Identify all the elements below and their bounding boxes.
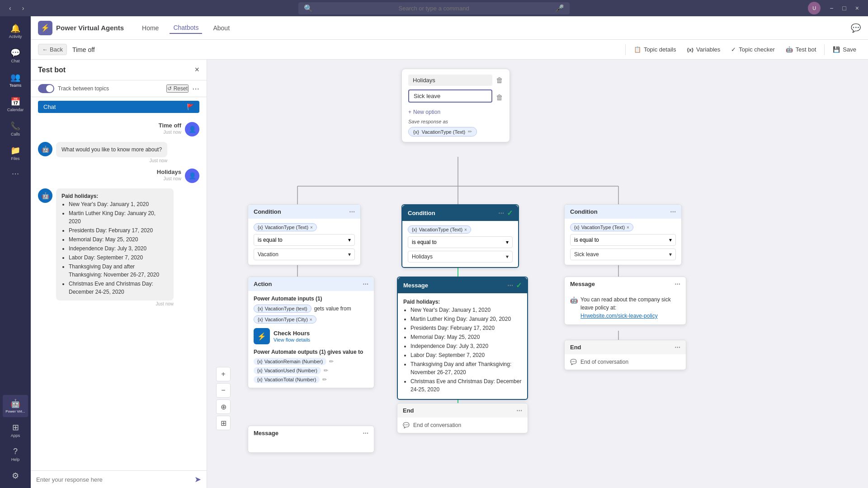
- outputs-label: Power Automate outputs (1) gives value t…: [254, 349, 368, 355]
- condition-header-holidays: Condition ⋯ ✓: [402, 205, 518, 221]
- remove-chip-c[interactable]: ×: [464, 227, 467, 232]
- holiday-item-5: Independence Day: July 3, 2020: [69, 244, 168, 253]
- operator-dropdown-c[interactable]: is equal to ▾: [408, 236, 513, 248]
- edit-output-2[interactable]: ✏: [324, 367, 328, 374]
- sidebar-label-chat: Chat: [11, 59, 19, 63]
- save-btn[interactable]: 💾 Save: [828, 44, 861, 55]
- minimize-btn[interactable]: −: [826, 3, 837, 14]
- chat-panel-header: Test bot ×: [31, 60, 207, 80]
- back-button[interactable]: ← Back: [38, 44, 67, 55]
- action-city-remove[interactable]: ×: [310, 317, 312, 322]
- sidebar-item-help[interactable]: ? Help: [3, 443, 28, 465]
- action-more[interactable]: ⋯: [363, 281, 368, 287]
- message-more-bottom[interactable]: ⋯: [363, 430, 368, 436]
- track-topics-toggle[interactable]: [38, 84, 54, 93]
- operator-dropdown-l[interactable]: is equal to ▾: [254, 234, 355, 246]
- paid-holidays-header: Paid holidays:: [403, 299, 440, 305]
- condition-more-holidays[interactable]: ⋯: [498, 210, 504, 216]
- user-avatar-2: 👤: [185, 169, 199, 183]
- sidebar-item-activity[interactable]: 🔔 Activity: [3, 20, 28, 42]
- sick-leave-input[interactable]: [408, 89, 492, 103]
- search-input[interactable]: [316, 5, 552, 12]
- delete-option-icon-2[interactable]: 🗑: [496, 94, 503, 102]
- sidebar-item-chat[interactable]: 💬 Chat: [3, 44, 28, 67]
- paid-holidays-title: Paid holidays:: [61, 193, 98, 199]
- operator-dropdown-r[interactable]: is equal to ▾: [570, 234, 676, 246]
- condition-title-sickleave: Condition: [570, 208, 598, 215]
- close-btn[interactable]: ×: [852, 3, 863, 14]
- condition-more-vacation[interactable]: ⋯: [349, 208, 355, 215]
- more-options-btn[interactable]: ⋯: [192, 84, 199, 93]
- condition-more-sickleave[interactable]: ⋯: [670, 208, 676, 215]
- canvas-area[interactable]: Holidays 🗑 🗑 + New option Save response …: [207, 60, 868, 488]
- add-option-btn[interactable]: + New option: [408, 109, 503, 115]
- value-arrow-c: ▾: [506, 253, 509, 260]
- end-more-center[interactable]: ⋯: [516, 407, 522, 414]
- files-icon: 📁: [10, 145, 20, 155]
- search-bar[interactable]: 🔍 🎤: [298, 2, 570, 14]
- sickleave-link[interactable]: Hrwebsite.com/sick-leave-policy: [580, 313, 658, 319]
- chat-tab-flag-icon: 🚩: [187, 103, 194, 110]
- h4: Memorial Day: May 25, 2020: [410, 333, 522, 341]
- sidebar-item-calendar[interactable]: 📅 Calendar: [3, 93, 28, 116]
- back-nav-btn[interactable]: ‹: [5, 3, 15, 14]
- edit-output-1[interactable]: ✏: [329, 358, 334, 365]
- edit-output-3[interactable]: ✏: [322, 376, 327, 383]
- value-dropdown-l[interactable]: Vacation ▾: [254, 249, 355, 260]
- sidebar-item-apps[interactable]: ⊞ Apps: [3, 419, 28, 441]
- value-dropdown-r[interactable]: Sick leave ▾: [570, 249, 676, 260]
- message-content-sickleave: 🤖 You can read about the company sick le…: [570, 296, 680, 320]
- zoom-in-btn[interactable]: +: [216, 367, 231, 381]
- map-view-btn[interactable]: ⊞: [216, 416, 231, 430]
- remove-chip-r[interactable]: ×: [627, 225, 629, 230]
- sidebar-item-teams[interactable]: 👥 Teams: [3, 69, 28, 91]
- sidebar-label-files: Files: [11, 156, 19, 161]
- chat-messages: Time off Just now 👤 🤖 What would you lik…: [31, 117, 207, 470]
- paid-holidays-list: New Year's Day: January 1, 2020 Martin L…: [61, 200, 168, 296]
- sidebar-item-settings[interactable]: ⚙: [3, 467, 28, 484]
- sidebar-item-files[interactable]: 📁 Files: [3, 142, 28, 164]
- chat-bubble-icon[interactable]: 💬: [851, 23, 861, 33]
- zoom-out-btn[interactable]: −: [216, 383, 231, 398]
- topic-checker-btn[interactable]: ✓ Topic checker: [726, 44, 779, 55]
- maximize-btn[interactable]: □: [839, 3, 849, 14]
- end-header-center: End ⋯: [397, 404, 528, 418]
- edit-response-icon[interactable]: ✏: [468, 129, 472, 135]
- forward-nav-btn[interactable]: ›: [19, 3, 28, 14]
- fit-view-btn[interactable]: ⊕: [216, 399, 231, 414]
- more-apps-btn[interactable]: ···: [12, 168, 19, 178]
- message-node-sickleave: Message ⋯ 🤖 You can read about the compa…: [564, 277, 686, 325]
- output-label-2: VacationUsed (Number): [264, 368, 317, 373]
- view-flow-link[interactable]: View flow details: [274, 337, 310, 343]
- operator-label-r: is equal to: [574, 237, 599, 243]
- reset-btn[interactable]: ↺ Reset: [166, 84, 189, 93]
- end-more-right[interactable]: ⋯: [675, 344, 680, 351]
- delete-option-icon-1[interactable]: 🗑: [496, 76, 503, 84]
- chat-active-tab[interactable]: Chat 🚩: [38, 101, 199, 113]
- nav-home[interactable]: Home: [138, 23, 162, 33]
- message-more-holidays[interactable]: ⋯: [507, 282, 513, 289]
- value-dropdown-c[interactable]: Holidays ▾: [408, 251, 513, 263]
- sidebar-item-pva[interactable]: 🤖 Power Virt...: [3, 395, 28, 417]
- test-bot-btn[interactable]: 🤖 Test bot: [781, 44, 821, 55]
- topic-details-btn[interactable]: 📋 Topic details: [629, 44, 681, 55]
- close-chat-panel-btn[interactable]: ×: [194, 65, 199, 75]
- chat-input[interactable]: [36, 476, 191, 483]
- vacation-type-chip-right: {x} VacationType (Text) ×: [570, 223, 633, 231]
- message-row-4: 🤖 Paid holidays: New Year's Day: January…: [38, 188, 199, 306]
- vacation-type-label-l: VacationType (Text): [265, 225, 308, 230]
- nav-chatbots[interactable]: Chatbots: [170, 22, 202, 34]
- message-content-holidays: Paid holidays: New Year's Day: January 1…: [403, 298, 522, 394]
- message-more-sickleave[interactable]: ⋯: [675, 281, 680, 287]
- nav-about[interactable]: About: [209, 23, 233, 33]
- holiday-item-2: Martin Luther King Day: January 20, 2020: [69, 209, 168, 225]
- avatar[interactable]: U: [808, 2, 821, 14]
- h3: Presidents Day: February 17, 2020: [410, 324, 522, 332]
- message-title-bottom: Message: [254, 430, 278, 436]
- sickleave-text: You can read about the company sick leav…: [580, 296, 671, 311]
- output-chip-3: {x} VacationTotal (Number): [254, 376, 320, 383]
- send-btn[interactable]: ➤: [194, 474, 201, 484]
- sidebar-item-calls[interactable]: 📞 Calls: [3, 117, 28, 140]
- remove-chip-l[interactable]: ×: [310, 225, 313, 230]
- variables-btn[interactable]: {x} Variables: [682, 44, 725, 55]
